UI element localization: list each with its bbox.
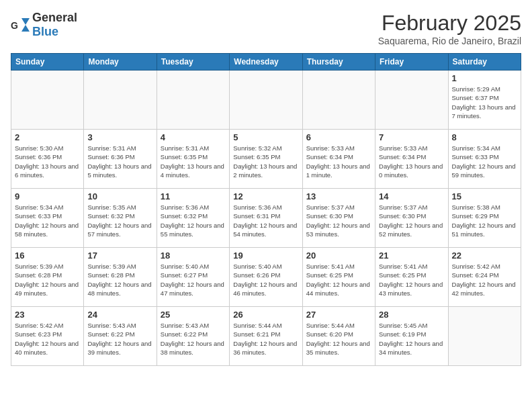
day-info: Sunrise: 5:43 AM Sunset: 6:22 PM Dayligh… bbox=[161, 321, 226, 357]
day-info: Sunrise: 5:40 AM Sunset: 6:27 PM Dayligh… bbox=[161, 262, 226, 298]
day-info: Sunrise: 5:36 AM Sunset: 6:32 PM Dayligh… bbox=[161, 203, 226, 238]
day-info: Sunrise: 5:41 AM Sunset: 6:25 PM Dayligh… bbox=[379, 262, 444, 298]
calendar-week-row: 23Sunrise: 5:42 AM Sunset: 6:23 PM Dayli… bbox=[11, 307, 521, 366]
calendar-cell: 13Sunrise: 5:37 AM Sunset: 6:30 PM Dayli… bbox=[302, 189, 375, 248]
calendar-cell: 20Sunrise: 5:41 AM Sunset: 6:25 PM Dayli… bbox=[302, 248, 375, 307]
calendar-cell: 10Sunrise: 5:35 AM Sunset: 6:32 PM Dayli… bbox=[84, 189, 157, 248]
calendar-cell: 2Sunrise: 5:30 AM Sunset: 6:36 PM Daylig… bbox=[11, 130, 84, 189]
day-number: 25 bbox=[161, 310, 226, 320]
calendar-cell: 15Sunrise: 5:38 AM Sunset: 6:29 PM Dayli… bbox=[448, 189, 521, 248]
day-info: Sunrise: 5:31 AM Sunset: 6:36 PM Dayligh… bbox=[87, 144, 152, 179]
logo-general: General bbox=[32, 11, 77, 24]
day-info: Sunrise: 5:32 AM Sunset: 6:35 PM Dayligh… bbox=[233, 144, 298, 179]
calendar-cell: 22Sunrise: 5:42 AM Sunset: 6:24 PM Dayli… bbox=[448, 248, 521, 307]
title-block: February 2025 Saquarema, Rio de Janeiro,… bbox=[378, 11, 521, 46]
calendar-cell bbox=[302, 71, 375, 130]
weekday-header: Friday bbox=[375, 54, 448, 71]
svg-text:G: G bbox=[11, 20, 18, 31]
calendar-cell: 23Sunrise: 5:42 AM Sunset: 6:23 PM Dayli… bbox=[11, 307, 84, 366]
calendar-cell: 12Sunrise: 5:36 AM Sunset: 6:31 PM Dayli… bbox=[230, 189, 302, 248]
calendar-cell bbox=[11, 71, 84, 130]
day-number: 4 bbox=[161, 132, 226, 142]
month-title: February 2025 bbox=[378, 11, 521, 36]
calendar-cell bbox=[448, 307, 521, 366]
day-number: 2 bbox=[15, 132, 80, 142]
day-info: Sunrise: 5:42 AM Sunset: 6:24 PM Dayligh… bbox=[452, 262, 517, 298]
day-number: 18 bbox=[161, 250, 226, 261]
weekday-header: Saturday bbox=[448, 54, 521, 71]
calendar-cell: 9Sunrise: 5:34 AM Sunset: 6:33 PM Daylig… bbox=[11, 189, 84, 248]
calendar-table: SundayMondayTuesdayWednesdayThursdayFrid… bbox=[11, 53, 521, 366]
day-info: Sunrise: 5:44 AM Sunset: 6:21 PM Dayligh… bbox=[233, 321, 298, 357]
calendar-cell: 1Sunrise: 5:29 AM Sunset: 6:37 PM Daylig… bbox=[448, 71, 521, 130]
calendar-cell: 21Sunrise: 5:41 AM Sunset: 6:25 PM Dayli… bbox=[375, 248, 448, 307]
day-info: Sunrise: 5:44 AM Sunset: 6:20 PM Dayligh… bbox=[306, 321, 371, 357]
day-info: Sunrise: 5:41 AM Sunset: 6:25 PM Dayligh… bbox=[306, 262, 371, 298]
weekday-header: Sunday bbox=[11, 54, 84, 71]
day-number: 28 bbox=[379, 310, 444, 320]
calendar-cell: 25Sunrise: 5:43 AM Sunset: 6:22 PM Dayli… bbox=[157, 307, 229, 366]
calendar-cell: 26Sunrise: 5:44 AM Sunset: 6:21 PM Dayli… bbox=[230, 307, 302, 366]
day-info: Sunrise: 5:33 AM Sunset: 6:34 PM Dayligh… bbox=[379, 144, 444, 179]
calendar-week-row: 16Sunrise: 5:39 AM Sunset: 6:28 PM Dayli… bbox=[11, 248, 521, 307]
day-number: 22 bbox=[452, 250, 517, 261]
weekday-header: Thursday bbox=[302, 54, 375, 71]
day-info: Sunrise: 5:43 AM Sunset: 6:22 PM Dayligh… bbox=[87, 321, 152, 357]
calendar-cell: 3Sunrise: 5:31 AM Sunset: 6:36 PM Daylig… bbox=[84, 130, 157, 189]
day-number: 15 bbox=[452, 191, 517, 201]
day-number: 20 bbox=[306, 250, 371, 261]
calendar-cell bbox=[230, 71, 302, 130]
calendar-cell bbox=[84, 71, 157, 130]
day-info: Sunrise: 5:40 AM Sunset: 6:26 PM Dayligh… bbox=[233, 262, 298, 298]
day-info: Sunrise: 5:39 AM Sunset: 6:28 PM Dayligh… bbox=[15, 262, 80, 298]
day-number: 11 bbox=[161, 191, 226, 201]
calendar-cell: 17Sunrise: 5:39 AM Sunset: 6:28 PM Dayli… bbox=[84, 248, 157, 307]
calendar-cell: 27Sunrise: 5:44 AM Sunset: 6:20 PM Dayli… bbox=[302, 307, 375, 366]
calendar-week-row: 2Sunrise: 5:30 AM Sunset: 6:36 PM Daylig… bbox=[11, 130, 521, 189]
day-info: Sunrise: 5:35 AM Sunset: 6:32 PM Dayligh… bbox=[87, 203, 152, 238]
logo-icon: G bbox=[11, 15, 30, 34]
logo: G General Blue bbox=[11, 11, 77, 39]
day-number: 12 bbox=[233, 191, 298, 201]
calendar-cell: 14Sunrise: 5:37 AM Sunset: 6:30 PM Dayli… bbox=[375, 189, 448, 248]
calendar-cell: 28Sunrise: 5:45 AM Sunset: 6:19 PM Dayli… bbox=[375, 307, 448, 366]
day-info: Sunrise: 5:37 AM Sunset: 6:30 PM Dayligh… bbox=[306, 203, 371, 238]
day-number: 23 bbox=[15, 310, 80, 320]
day-number: 3 bbox=[87, 132, 152, 142]
day-info: Sunrise: 5:36 AM Sunset: 6:31 PM Dayligh… bbox=[233, 203, 298, 238]
day-info: Sunrise: 5:45 AM Sunset: 6:19 PM Dayligh… bbox=[379, 321, 444, 357]
day-info: Sunrise: 5:37 AM Sunset: 6:30 PM Dayligh… bbox=[379, 203, 444, 238]
calendar-cell: 11Sunrise: 5:36 AM Sunset: 6:32 PM Dayli… bbox=[157, 189, 229, 248]
svg-marker-1 bbox=[21, 18, 30, 32]
calendar-cell: 5Sunrise: 5:32 AM Sunset: 6:35 PM Daylig… bbox=[230, 130, 302, 189]
day-number: 26 bbox=[233, 310, 298, 320]
day-number: 8 bbox=[452, 132, 517, 142]
location: Saquarema, Rio de Janeiro, Brazil bbox=[378, 36, 521, 46]
day-info: Sunrise: 5:39 AM Sunset: 6:28 PM Dayligh… bbox=[87, 262, 152, 298]
day-number: 5 bbox=[233, 132, 298, 142]
calendar-week-row: 9Sunrise: 5:34 AM Sunset: 6:33 PM Daylig… bbox=[11, 189, 521, 248]
calendar-cell: 7Sunrise: 5:33 AM Sunset: 6:34 PM Daylig… bbox=[375, 130, 448, 189]
logo-blue: Blue bbox=[32, 25, 58, 38]
day-number: 9 bbox=[15, 191, 80, 201]
day-number: 27 bbox=[306, 310, 371, 320]
day-number: 13 bbox=[306, 191, 371, 201]
day-info: Sunrise: 5:38 AM Sunset: 6:29 PM Dayligh… bbox=[452, 203, 517, 238]
day-info: Sunrise: 5:34 AM Sunset: 6:33 PM Dayligh… bbox=[15, 203, 80, 238]
day-info: Sunrise: 5:34 AM Sunset: 6:33 PM Dayligh… bbox=[452, 144, 517, 179]
day-info: Sunrise: 5:29 AM Sunset: 6:37 PM Dayligh… bbox=[452, 85, 517, 120]
day-number: 21 bbox=[379, 250, 444, 261]
calendar-week-row: 1Sunrise: 5:29 AM Sunset: 6:37 PM Daylig… bbox=[11, 71, 521, 130]
weekday-header: Tuesday bbox=[157, 54, 229, 71]
day-number: 24 bbox=[87, 310, 152, 320]
calendar-header: SundayMondayTuesdayWednesdayThursdayFrid… bbox=[11, 54, 521, 71]
calendar-cell bbox=[375, 71, 448, 130]
calendar-cell: 19Sunrise: 5:40 AM Sunset: 6:26 PM Dayli… bbox=[230, 248, 302, 307]
page-header: G General Blue February 2025 Saquarema, … bbox=[11, 11, 521, 46]
day-info: Sunrise: 5:33 AM Sunset: 6:34 PM Dayligh… bbox=[306, 144, 371, 179]
day-info: Sunrise: 5:30 AM Sunset: 6:36 PM Dayligh… bbox=[15, 144, 80, 179]
calendar-cell: 4Sunrise: 5:31 AM Sunset: 6:35 PM Daylig… bbox=[157, 130, 229, 189]
calendar-cell: 24Sunrise: 5:43 AM Sunset: 6:22 PM Dayli… bbox=[84, 307, 157, 366]
day-number: 6 bbox=[306, 132, 371, 142]
day-number: 14 bbox=[379, 191, 444, 201]
